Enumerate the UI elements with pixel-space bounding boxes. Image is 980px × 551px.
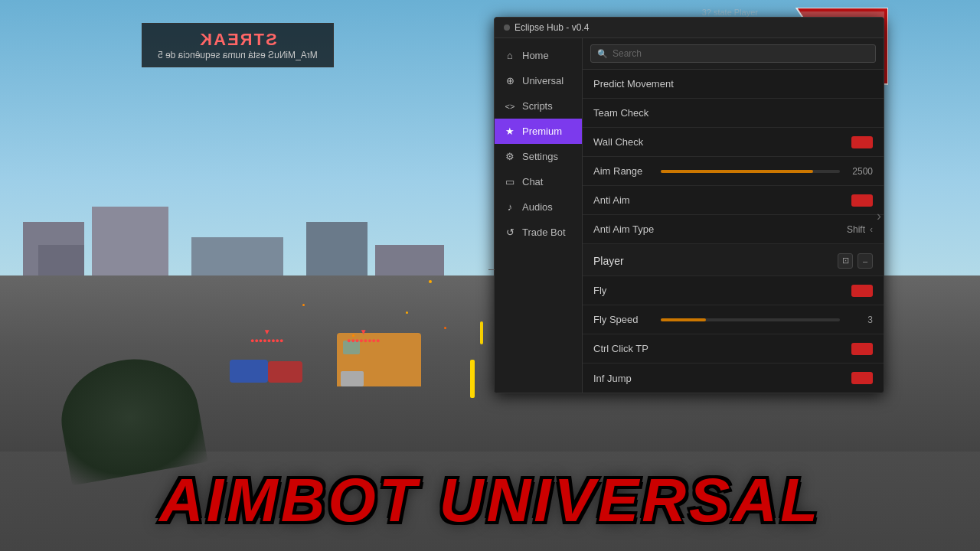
car	[230, 360, 268, 383]
predict-movement-label: Predict Movement	[593, 78, 873, 90]
row-fly[interactable]: Fly	[583, 276, 884, 305]
sidebar-label-audios: Audios	[522, 201, 553, 213]
home-icon: ⌂	[504, 50, 516, 61]
row-inf-jump[interactable]: Inf Jump	[583, 364, 884, 393]
section-controls: ⊡ –	[838, 253, 873, 269]
row-team-check[interactable]: Team Check	[583, 99, 884, 128]
sidebar-label-scripts: Scripts	[522, 100, 553, 112]
watermark: 3? state Player	[702, 8, 758, 17]
streak-title: STREAK	[158, 30, 318, 50]
search-icon: 🔍	[597, 49, 608, 59]
anti-aim-type-label: Anti Aim Type	[593, 223, 847, 235]
content-rows: Predict Movement Team Check Wall Check A…	[583, 70, 884, 393]
aim-range-track[interactable]	[661, 170, 840, 173]
car-2	[268, 361, 302, 383]
fly-label: Fly	[593, 285, 851, 296]
fly-speed-value: 3	[846, 315, 873, 325]
scripts-icon: <>	[504, 102, 516, 111]
ctrl-click-tp-label: Ctrl Click TP	[593, 343, 851, 354]
wall-check-label: Wall Check	[593, 136, 851, 148]
menu-right: 🔍 Search Predict Movement Team Check Wal…	[583, 38, 884, 393]
titlebar-dot	[504, 24, 510, 31]
team-check-label: Team Check	[593, 107, 873, 119]
audios-icon: ♪	[504, 201, 516, 213]
sidebar-item-home[interactable]: ⌂ Home	[495, 43, 582, 68]
sidebar-item-chat[interactable]: ▭ Chat	[495, 169, 582, 194]
row-anti-aim[interactable]: Anti Aim	[583, 186, 884, 215]
wall-check-toggle[interactable]	[851, 136, 873, 148]
sidebar-item-premium[interactable]: ★ Premium	[495, 119, 582, 144]
fly-speed-fill	[661, 318, 706, 321]
sidebar-label-settings: Settings	[522, 151, 558, 162]
anti-aim-type-arrow[interactable]: ‹	[870, 224, 873, 235]
sidebar-label-tradebot: Trade Bot	[522, 227, 566, 238]
anti-aim-label: Anti Aim	[593, 194, 851, 206]
sidebar-item-universal[interactable]: ⊕ Universal	[495, 68, 582, 93]
tradebot-icon: ↺	[504, 227, 516, 238]
row-fly-speed: Fly Speed 3	[583, 305, 884, 334]
sidebar-item-audios[interactable]: ♪ Audios	[495, 194, 582, 220]
player-tag-1: ▼●●●●●●●●	[250, 328, 284, 344]
row-predict-movement[interactable]: Predict Movement	[583, 70, 884, 99]
separator-line	[488, 269, 495, 270]
inf-jump-label: Inf Jump	[593, 373, 851, 384]
bottom-text: AIMBOT UNIVERSAL	[159, 465, 821, 536]
row-anti-aim-type[interactable]: Anti Aim Type Shift ‹	[583, 215, 884, 244]
row-ctrl-click-tp[interactable]: Ctrl Click TP	[583, 334, 884, 364]
settings-icon: ⚙	[504, 151, 516, 162]
menu-titlebar: Eclipse Hub - v0.4	[495, 18, 884, 38]
road-line	[470, 360, 475, 398]
section-minimize-btn[interactable]: –	[858, 253, 873, 269]
sidebar-item-settings[interactable]: ⚙ Settings	[495, 144, 582, 169]
chat-icon: ▭	[504, 176, 516, 187]
menu-panel: Eclipse Hub - v0.4 ⌂ Home ⊕ Universal <>…	[494, 17, 884, 393]
spark-5	[429, 280, 432, 283]
fly-toggle[interactable]	[851, 285, 873, 297]
ctrl-click-tp-toggle[interactable]	[851, 343, 873, 355]
sidebar-item-tradebot[interactable]: ↺ Trade Bot	[495, 220, 582, 245]
premium-icon: ★	[504, 126, 516, 137]
sidebar-label-universal: Universal	[522, 75, 564, 86]
search-box[interactable]: 🔍 Search	[590, 44, 876, 63]
road-line-2	[480, 321, 483, 344]
inf-jump-toggle[interactable]	[851, 372, 873, 384]
sidebar-label-premium: Premium	[522, 126, 562, 137]
spark-3	[444, 327, 446, 329]
player-section-title: Player	[593, 255, 838, 267]
aim-range-value: 2500	[846, 166, 873, 177]
aim-range-fill	[661, 170, 813, 173]
anti-aim-type-value: Shift	[847, 224, 865, 235]
scroll-right-arrow[interactable]: ›	[877, 207, 881, 223]
spark-2	[406, 311, 408, 314]
row-aim-range: Aim Range 2500	[583, 157, 884, 186]
menu-title: Eclipse Hub - v0.4	[514, 22, 589, 33]
aim-range-label: Aim Range	[593, 165, 655, 177]
section-window-btn[interactable]: ⊡	[838, 253, 853, 269]
search-placeholder: Search	[612, 48, 642, 59]
player-section-header: Player ⊡ –	[583, 244, 884, 276]
row-wall-check[interactable]: Wall Check	[583, 128, 884, 157]
search-area: 🔍 Search	[583, 38, 884, 70]
menu-sidebar: ⌂ Home ⊕ Universal <> Scripts ★ Premium …	[495, 38, 583, 393]
fly-speed-track[interactable]	[661, 318, 840, 321]
anti-aim-toggle[interactable]	[851, 194, 873, 207]
streak-banner: STREAK MrA_MiNuS está numa sequência de …	[142, 23, 334, 67]
universal-icon: ⊕	[504, 75, 516, 86]
sidebar-label-chat: Chat	[522, 176, 543, 187]
sidebar-item-scripts[interactable]: <> Scripts	[495, 93, 582, 119]
spark-4	[302, 304, 305, 306]
streak-subtitle: MrA_MiNuS está numa sequência de 5	[158, 50, 318, 60]
fly-speed-label: Fly Speed	[593, 314, 655, 325]
spark-1	[352, 334, 354, 337]
sidebar-label-home: Home	[522, 50, 549, 61]
